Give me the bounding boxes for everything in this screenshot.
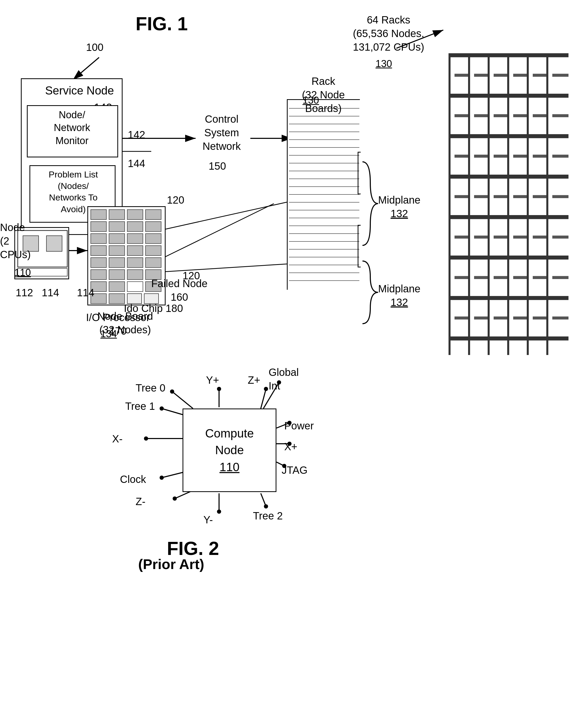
tree1-label: Tree 1	[125, 399, 155, 413]
svg-rect-95	[91, 258, 106, 267]
svg-rect-79	[91, 210, 106, 220]
svg-rect-99	[91, 270, 106, 280]
svg-rect-87	[91, 233, 106, 244]
svg-rect-93	[127, 246, 143, 256]
xminus-label: X-	[112, 432, 123, 446]
rack-lines-svg: /* lines drawn below */	[288, 100, 361, 290]
node-network-monitor-label: Node/NetworkMonitor	[35, 108, 108, 147]
svg-rect-92	[109, 246, 125, 256]
ref-144: 144	[128, 157, 145, 170]
svg-rect-89	[127, 233, 143, 244]
svg-rect-81	[127, 210, 143, 220]
yminus-label: Y-	[203, 513, 213, 527]
svg-rect-83	[91, 222, 106, 231]
svg-rect-104	[109, 282, 125, 291]
svg-rect-91	[91, 246, 106, 256]
svg-rect-88	[109, 233, 125, 244]
svg-rect-40	[288, 100, 361, 290]
node-label: Node(2 CPUs)	[0, 221, 31, 261]
fig1-title: FIG. 1	[136, 13, 188, 34]
ref-114b: 114	[77, 286, 94, 299]
rack-label: Rack(32 Node Boards)	[287, 74, 360, 115]
rack-grid-svg: /* rack thumbnails */	[448, 15, 569, 355]
node-num: 110	[14, 266, 31, 279]
ref-150: 150	[209, 159, 226, 173]
svg-rect-90	[145, 233, 161, 244]
ref-142: 142	[128, 128, 145, 141]
service-node-label: Service Node	[30, 83, 130, 98]
svg-point-15	[170, 389, 174, 393]
svg-rect-82	[145, 210, 161, 220]
yplus-label: Y+	[206, 373, 219, 387]
failed-node-label: Failed Node160	[151, 277, 208, 304]
svg-rect-108	[109, 294, 125, 304]
rack-box: /* lines drawn below */	[287, 99, 360, 290]
ref-120a: 120	[167, 193, 184, 207]
clock-label: Clock	[120, 472, 146, 486]
racks-top-label: 64 Racks(65,536 Nodes,131,072 CPUs)	[339, 13, 438, 54]
svg-rect-94	[145, 246, 161, 256]
midplane2-label: Midplane132	[378, 282, 420, 309]
jtag-label: JTAG	[282, 463, 307, 477]
power-label: Power	[284, 419, 314, 433]
page: FIG. 1 100 Service Node 140 Node/Network…	[0, 0, 575, 728]
svg-line-30	[261, 389, 266, 409]
svg-point-25	[217, 509, 221, 514]
svg-rect-86	[145, 222, 161, 231]
svg-rect-85	[127, 222, 143, 231]
compute-node-label: ComputeNode110	[205, 425, 254, 475]
svg-rect-101	[127, 270, 143, 280]
tree0-label: Tree 0	[136, 381, 165, 395]
svg-point-17	[160, 406, 164, 411]
ref-112: 112	[15, 286, 33, 299]
svg-line-9	[151, 203, 274, 264]
midplane1-label: Midplane132	[378, 193, 420, 220]
io-processor-label: I/O Processor170	[86, 311, 150, 338]
svg-rect-100	[109, 270, 125, 280]
rack-num: 130	[303, 94, 319, 107]
control-system-network-label: ControlSystemNetwork	[196, 112, 248, 153]
svg-point-23	[173, 497, 177, 501]
svg-rect-97	[127, 258, 143, 267]
xplus-label: X+	[284, 440, 297, 453]
svg-point-29	[217, 387, 221, 391]
svg-line-2	[73, 57, 99, 80]
svg-point-21	[160, 476, 164, 480]
ref-100-label: 100	[86, 40, 104, 54]
svg-rect-96	[109, 258, 125, 267]
svg-point-31	[264, 387, 268, 391]
svg-rect-98	[145, 258, 161, 267]
zplus-label: Z+	[248, 373, 260, 387]
svg-rect-114	[46, 236, 62, 251]
zminus-label: Z-	[136, 495, 145, 508]
svg-line-26	[261, 493, 266, 506]
svg-rect-84	[109, 222, 125, 231]
svg-point-27	[264, 504, 268, 508]
svg-rect-80	[109, 210, 125, 220]
ref-114a: 114	[42, 286, 59, 299]
racks-top-num: 130	[375, 57, 392, 70]
compute-node-box: ComputeNode110	[182, 409, 276, 492]
svg-line-14	[172, 391, 193, 409]
global-int-label: GlobalInt	[269, 366, 308, 392]
svg-point-19	[144, 437, 148, 441]
tree2-label: Tree 2	[253, 509, 283, 523]
fig2-subtitle: (Prior Art)	[138, 556, 204, 572]
svg-rect-105	[127, 282, 143, 291]
node-network-monitor-box: Node/NetworkMonitor	[27, 105, 118, 157]
